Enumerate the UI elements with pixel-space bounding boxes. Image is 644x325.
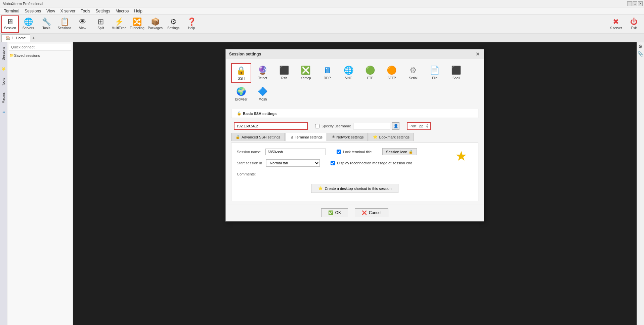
lock-terminal-title-checkbox[interactable] bbox=[337, 150, 341, 154]
ssh-fields: Specify username 👤 Port 22 ▲ ▼ bbox=[226, 121, 484, 133]
session-type-shell[interactable]: ⬛ Shell bbox=[446, 63, 466, 83]
main-layout: Sessions ⭐ Tools Macros ✏ 📁 Saved sessio… bbox=[0, 42, 644, 325]
session-type-mosh[interactable]: 🔷 Mosh bbox=[253, 84, 273, 104]
vnc-icon: 🌐 bbox=[344, 66, 354, 75]
toolbar-session-btn[interactable]: 🖥 Session bbox=[1, 15, 19, 33]
menu-tools[interactable]: Tools bbox=[78, 8, 93, 14]
session-type-ftp[interactable]: 🟢 FTP bbox=[360, 63, 380, 83]
comments-input[interactable] bbox=[260, 171, 394, 177]
settings-icon: ⚙ bbox=[170, 18, 177, 26]
toolbar-sessions-label: Sessions bbox=[58, 26, 72, 30]
sessions-icon: 📋 bbox=[60, 18, 69, 26]
toolbar-packages-label: Packages bbox=[148, 26, 163, 30]
sidetab-tools[interactable]: Tools bbox=[0, 75, 7, 89]
session-type-rdp[interactable]: 🖥 RDP bbox=[317, 63, 337, 83]
toolbar-view-btn[interactable]: 👁 View bbox=[74, 15, 91, 33]
port-group: Port 22 ▲ ▼ bbox=[407, 122, 431, 130]
toolbar-help-btn[interactable]: ❓ Help bbox=[183, 15, 200, 33]
close-btn[interactable]: ✕ bbox=[638, 1, 643, 6]
menu-view[interactable]: View bbox=[44, 8, 58, 14]
session-types-row: 🔒 SSH 🔮 Telnet ⬛ Rsh ❎ Xdmcp bbox=[226, 59, 484, 106]
bookmark-settings-tab-icon: ⭐ bbox=[373, 135, 378, 139]
session-type-browser[interactable]: 🌍 Browser bbox=[231, 84, 251, 104]
menu-settings[interactable]: Settings bbox=[93, 8, 113, 14]
sidetab-macros[interactable]: Macros bbox=[0, 89, 7, 107]
session-icon-btn[interactable]: Session Icon 🔒 bbox=[382, 148, 417, 155]
toolbar-sessions-btn[interactable]: 📋 Sessions bbox=[56, 15, 73, 33]
dialog-title-text: Session settings bbox=[229, 52, 261, 56]
session-type-ssh[interactable]: 🔒 SSH bbox=[231, 63, 251, 83]
cancel-button[interactable]: ❌ Cancel bbox=[355, 208, 388, 217]
toolbar-tools-label: Tools bbox=[42, 26, 50, 30]
toolbar-tunneling-label: Tunneling bbox=[130, 26, 144, 30]
menu-macros[interactable]: Macros bbox=[113, 8, 131, 14]
tab-bookmark-settings[interactable]: ⭐ Bookmark settings bbox=[369, 133, 414, 141]
session-type-rsh[interactable]: ⬛ Rsh bbox=[274, 63, 294, 83]
session-type-serial[interactable]: ⚙ Serial bbox=[403, 63, 423, 83]
desktop-shortcut-btn[interactable]: ⭐ Create a desktop shortcut to this sess… bbox=[311, 184, 399, 193]
dialog-close-btn[interactable]: ✕ bbox=[475, 51, 480, 57]
minimize-btn[interactable]: — bbox=[627, 1, 632, 6]
sidebar-saved-sessions[interactable]: 📁 Saved sessions bbox=[7, 52, 73, 59]
menu-help[interactable]: Help bbox=[131, 8, 145, 14]
tunneling-icon: 🔀 bbox=[133, 18, 142, 26]
username-input[interactable] bbox=[353, 123, 390, 129]
session-type-file[interactable]: 📄 File bbox=[425, 63, 445, 83]
start-session-select[interactable]: Normal tab New window Floating window bbox=[266, 159, 320, 167]
tab-add-btn[interactable]: + bbox=[30, 35, 37, 41]
remote-host-group bbox=[234, 122, 308, 130]
shortcut-btn-label: Create a desktop shortcut to this sessio… bbox=[325, 187, 392, 191]
toolbar-tools-btn[interactable]: 🔧 Tools bbox=[38, 15, 55, 33]
session-icon: 🖥 bbox=[6, 18, 14, 26]
sidetab-favorites[interactable]: ⭐ bbox=[0, 64, 7, 74]
remote-host-input[interactable] bbox=[234, 122, 308, 130]
user-icon-btn[interactable]: 👤 bbox=[392, 122, 399, 130]
menu-xserver[interactable]: X server bbox=[58, 8, 78, 14]
star-icon: ★ bbox=[455, 148, 467, 164]
packages-icon: 📦 bbox=[151, 18, 160, 26]
toolbar-xserver-btn[interactable]: ✖ X server bbox=[607, 15, 625, 33]
session-type-telnet[interactable]: 🔮 Telnet bbox=[253, 63, 273, 83]
menu-bar: Terminal Sessions View X server Tools Se… bbox=[0, 7, 644, 15]
rsh-icon: ⬛ bbox=[279, 66, 289, 75]
toolbar-packages-btn[interactable]: 📦 Packages bbox=[146, 15, 164, 33]
session-type-sftp[interactable]: 🟠 SFTP bbox=[382, 63, 402, 83]
port-down-btn[interactable]: ▼ bbox=[426, 126, 428, 129]
menu-terminal[interactable]: Terminal bbox=[1, 8, 22, 14]
session-name-input[interactable] bbox=[265, 149, 326, 155]
right-panel-settings-icon[interactable]: ⚙ bbox=[638, 44, 643, 49]
toolbar-split-btn[interactable]: ⊞ Split bbox=[92, 15, 110, 33]
toolbar-split-label: Split bbox=[97, 26, 104, 30]
toolbar-tunneling-btn[interactable]: 🔀 Tunneling bbox=[128, 15, 146, 33]
toolbar-servers-btn[interactable]: 🌐 Servers bbox=[19, 15, 37, 33]
menu-sessions[interactable]: Sessions bbox=[22, 8, 44, 14]
tools-icon: 🔧 bbox=[42, 18, 51, 26]
home-icon: 🏠 bbox=[6, 36, 10, 40]
toolbar-settings-btn[interactable]: ⚙ Settings bbox=[165, 15, 182, 33]
tab-network-settings[interactable]: ✳ Network settings bbox=[328, 133, 368, 141]
xserver-icon: ✖ bbox=[613, 18, 619, 26]
toolbar-exit-btn[interactable]: ⏻ Exit bbox=[625, 15, 643, 33]
quick-connect-input[interactable] bbox=[9, 44, 71, 50]
tab-advanced-ssh[interactable]: 🔒 Advanced SSH settings bbox=[231, 133, 285, 141]
advanced-ssh-tab-label: Advanced SSH settings bbox=[242, 135, 281, 139]
maximize-btn[interactable]: □ bbox=[633, 1, 637, 6]
toolbar-multiexec-btn[interactable]: ⚡ MultiExec bbox=[110, 15, 128, 33]
session-settings-dialog: Session settings ✕ 🔒 SSH 🔮 Telnet ⬛ bbox=[225, 49, 484, 221]
xdmcp-label: Xdmcp bbox=[300, 76, 311, 80]
display-reconnection-checkbox[interactable] bbox=[331, 161, 335, 165]
specify-username-checkbox[interactable] bbox=[315, 124, 319, 128]
sidetab-extra[interactable]: ✏ bbox=[0, 107, 7, 117]
session-type-vnc[interactable]: 🌐 VNC bbox=[339, 63, 359, 83]
ok-icon: ✅ bbox=[328, 210, 333, 215]
start-session-row: Start session in Normal tab New window F… bbox=[237, 159, 473, 167]
sftp-icon: 🟠 bbox=[387, 66, 397, 75]
session-type-xdmcp[interactable]: ❎ Xdmcp bbox=[296, 63, 316, 83]
toolbar-settings-label: Settings bbox=[167, 26, 179, 30]
tab-home[interactable]: 🏠 1. Home bbox=[1, 34, 30, 42]
toolbar-view-label: View bbox=[79, 26, 86, 30]
ok-button[interactable]: ✅ OK bbox=[321, 208, 348, 217]
tab-terminal-settings[interactable]: 🖥 Terminal settings bbox=[286, 133, 327, 141]
right-panel-clip-icon[interactable]: 📎 bbox=[638, 51, 643, 56]
sidetab-sessions[interactable]: Sessions bbox=[0, 44, 7, 64]
